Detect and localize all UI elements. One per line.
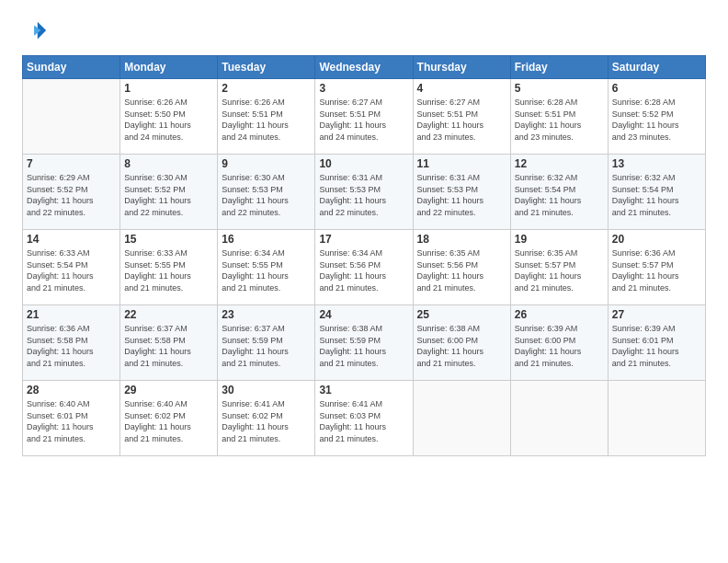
calendar-cell: 6Sunrise: 6:28 AM Sunset: 5:52 PM Daylig…: [608, 79, 705, 155]
logo-icon: [22, 18, 48, 44]
calendar-cell: 11Sunrise: 6:31 AM Sunset: 5:53 PM Dayli…: [413, 155, 510, 230]
cell-info: Sunrise: 6:27 AM Sunset: 5:51 PM Dayligh…: [319, 97, 408, 143]
day-number: 20: [612, 233, 701, 246]
cell-info: Sunrise: 6:31 AM Sunset: 5:53 PM Dayligh…: [417, 172, 506, 218]
page: SundayMondayTuesdayWednesdayThursdayFrid…: [0, 0, 728, 563]
calendar-cell: 20Sunrise: 6:36 AM Sunset: 5:57 PM Dayli…: [608, 230, 705, 305]
calendar-cell: 22Sunrise: 6:37 AM Sunset: 5:58 PM Dayli…: [120, 305, 218, 381]
week-row-3: 14Sunrise: 6:33 AM Sunset: 5:54 PM Dayli…: [23, 230, 706, 305]
calendar-cell: 23Sunrise: 6:37 AM Sunset: 5:59 PM Dayli…: [218, 305, 315, 381]
day-number: 23: [222, 308, 311, 321]
day-number: 9: [222, 157, 311, 170]
cell-info: Sunrise: 6:34 AM Sunset: 5:55 PM Dayligh…: [222, 247, 311, 293]
calendar-cell: [413, 381, 510, 456]
cell-info: Sunrise: 6:28 AM Sunset: 5:51 PM Dayligh…: [515, 97, 604, 143]
day-number: 24: [319, 308, 408, 321]
cell-info: Sunrise: 6:39 AM Sunset: 6:01 PM Dayligh…: [612, 323, 701, 369]
calendar-cell: 19Sunrise: 6:35 AM Sunset: 5:57 PM Dayli…: [510, 230, 608, 305]
cell-info: Sunrise: 6:30 AM Sunset: 5:52 PM Dayligh…: [124, 172, 213, 218]
calendar-cell: 5Sunrise: 6:28 AM Sunset: 5:51 PM Daylig…: [510, 79, 608, 155]
day-number: 8: [124, 157, 213, 170]
weekday-header-saturday: Saturday: [608, 56, 705, 79]
day-number: 27: [612, 308, 701, 321]
cell-info: Sunrise: 6:40 AM Sunset: 6:02 PM Dayligh…: [124, 398, 213, 444]
weekday-header-wednesday: Wednesday: [315, 56, 413, 79]
cell-info: Sunrise: 6:31 AM Sunset: 5:53 PM Dayligh…: [319, 172, 408, 218]
cell-info: Sunrise: 6:34 AM Sunset: 5:56 PM Dayligh…: [319, 247, 408, 293]
calendar-cell: 17Sunrise: 6:34 AM Sunset: 5:56 PM Dayli…: [315, 230, 413, 305]
weekday-header-monday: Monday: [120, 56, 218, 79]
calendar-cell: 21Sunrise: 6:36 AM Sunset: 5:58 PM Dayli…: [23, 305, 120, 381]
week-row-2: 7Sunrise: 6:29 AM Sunset: 5:52 PM Daylig…: [23, 155, 706, 230]
calendar-cell: 10Sunrise: 6:31 AM Sunset: 5:53 PM Dayli…: [315, 155, 413, 230]
cell-info: Sunrise: 6:33 AM Sunset: 5:54 PM Dayligh…: [27, 247, 116, 293]
calendar-cell: 8Sunrise: 6:30 AM Sunset: 5:52 PM Daylig…: [120, 155, 218, 230]
calendar-cell: 1Sunrise: 6:26 AM Sunset: 5:50 PM Daylig…: [120, 79, 218, 155]
calendar-cell: 14Sunrise: 6:33 AM Sunset: 5:54 PM Dayli…: [23, 230, 120, 305]
weekday-header-thursday: Thursday: [413, 56, 510, 79]
calendar-cell: 25Sunrise: 6:38 AM Sunset: 6:00 PM Dayli…: [413, 305, 510, 381]
week-row-4: 21Sunrise: 6:36 AM Sunset: 5:58 PM Dayli…: [23, 305, 706, 381]
day-number: 11: [417, 157, 506, 170]
calendar-cell: [510, 381, 608, 456]
day-number: 13: [612, 157, 701, 170]
day-number: 17: [319, 233, 408, 246]
cell-info: Sunrise: 6:26 AM Sunset: 5:50 PM Dayligh…: [124, 97, 213, 143]
calendar-cell: 9Sunrise: 6:30 AM Sunset: 5:53 PM Daylig…: [218, 155, 315, 230]
logo: [22, 18, 51, 44]
calendar-cell: 4Sunrise: 6:27 AM Sunset: 5:51 PM Daylig…: [413, 79, 510, 155]
calendar-cell: 28Sunrise: 6:40 AM Sunset: 6:01 PM Dayli…: [23, 381, 120, 456]
calendar-cell: 30Sunrise: 6:41 AM Sunset: 6:02 PM Dayli…: [218, 381, 315, 456]
day-number: 31: [319, 384, 408, 396]
cell-info: Sunrise: 6:38 AM Sunset: 6:00 PM Dayligh…: [417, 323, 506, 369]
day-number: 3: [319, 82, 408, 95]
cell-info: Sunrise: 6:37 AM Sunset: 5:58 PM Dayligh…: [124, 323, 213, 369]
day-number: 28: [27, 384, 116, 396]
day-number: 16: [222, 233, 311, 246]
day-number: 10: [319, 157, 408, 170]
day-number: 25: [417, 308, 506, 321]
calendar-cell: [608, 381, 705, 456]
cell-info: Sunrise: 6:40 AM Sunset: 6:01 PM Dayligh…: [27, 398, 116, 444]
calendar-cell: 29Sunrise: 6:40 AM Sunset: 6:02 PM Dayli…: [120, 381, 218, 456]
day-number: 22: [124, 308, 213, 321]
weekday-header-row: SundayMondayTuesdayWednesdayThursdayFrid…: [23, 56, 706, 79]
day-number: 7: [27, 157, 116, 170]
calendar-cell: 3Sunrise: 6:27 AM Sunset: 5:51 PM Daylig…: [315, 79, 413, 155]
header: [22, 18, 706, 44]
cell-info: Sunrise: 6:27 AM Sunset: 5:51 PM Dayligh…: [417, 97, 506, 143]
day-number: 6: [612, 82, 701, 95]
cell-info: Sunrise: 6:28 AM Sunset: 5:52 PM Dayligh…: [612, 97, 701, 143]
calendar-cell: 18Sunrise: 6:35 AM Sunset: 5:56 PM Dayli…: [413, 230, 510, 305]
cell-info: Sunrise: 6:38 AM Sunset: 5:59 PM Dayligh…: [319, 323, 408, 369]
day-number: 5: [515, 82, 604, 95]
cell-info: Sunrise: 6:33 AM Sunset: 5:55 PM Dayligh…: [124, 247, 213, 293]
calendar-cell: 26Sunrise: 6:39 AM Sunset: 6:00 PM Dayli…: [510, 305, 608, 381]
weekday-header-sunday: Sunday: [23, 56, 120, 79]
day-number: 4: [417, 82, 506, 95]
cell-info: Sunrise: 6:35 AM Sunset: 5:57 PM Dayligh…: [515, 247, 604, 293]
cell-info: Sunrise: 6:29 AM Sunset: 5:52 PM Dayligh…: [27, 172, 116, 218]
cell-info: Sunrise: 6:26 AM Sunset: 5:51 PM Dayligh…: [222, 97, 311, 143]
day-number: 12: [515, 157, 604, 170]
day-number: 19: [515, 233, 604, 246]
day-number: 15: [124, 233, 213, 246]
day-number: 21: [27, 308, 116, 321]
calendar-cell: 13Sunrise: 6:32 AM Sunset: 5:54 PM Dayli…: [608, 155, 705, 230]
day-number: 29: [124, 384, 213, 396]
calendar-cell: 7Sunrise: 6:29 AM Sunset: 5:52 PM Daylig…: [23, 155, 120, 230]
cell-info: Sunrise: 6:32 AM Sunset: 5:54 PM Dayligh…: [515, 172, 604, 218]
cell-info: Sunrise: 6:41 AM Sunset: 6:03 PM Dayligh…: [319, 398, 408, 444]
week-row-5: 28Sunrise: 6:40 AM Sunset: 6:01 PM Dayli…: [23, 381, 706, 456]
calendar-cell: 27Sunrise: 6:39 AM Sunset: 6:01 PM Dayli…: [608, 305, 705, 381]
day-number: 18: [417, 233, 506, 246]
cell-info: Sunrise: 6:36 AM Sunset: 5:58 PM Dayligh…: [27, 323, 116, 369]
cell-info: Sunrise: 6:41 AM Sunset: 6:02 PM Dayligh…: [222, 398, 311, 444]
calendar-cell: 16Sunrise: 6:34 AM Sunset: 5:55 PM Dayli…: [218, 230, 315, 305]
calendar-cell: 15Sunrise: 6:33 AM Sunset: 5:55 PM Dayli…: [120, 230, 218, 305]
calendar-table: SundayMondayTuesdayWednesdayThursdayFrid…: [22, 55, 706, 456]
day-number: 26: [515, 308, 604, 321]
cell-info: Sunrise: 6:37 AM Sunset: 5:59 PM Dayligh…: [222, 323, 311, 369]
cell-info: Sunrise: 6:32 AM Sunset: 5:54 PM Dayligh…: [612, 172, 701, 218]
day-number: 2: [222, 82, 311, 95]
